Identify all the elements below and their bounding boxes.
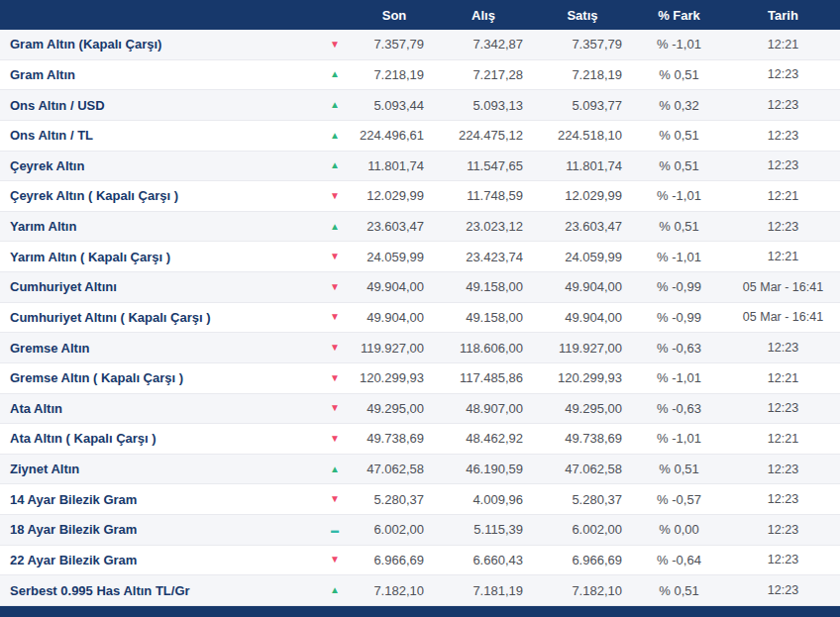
percent-change: % 0,00	[632, 522, 726, 537]
update-time: 12:21	[726, 38, 840, 51]
down-trend-icon: ▼	[330, 251, 340, 261]
table-row: Serbest 0.995 Has Altın TL/Gr ▲ 7.182,10…	[0, 575, 840, 606]
buy-price: 49.158,00	[434, 279, 533, 294]
up-trend-icon: ▲	[330, 584, 340, 595]
instrument-name-link[interactable]: 14 Ayar Bilezik Gram	[0, 492, 315, 507]
instrument-name-link[interactable]: Ons Altın / USD	[0, 98, 315, 113]
sell-price: 47.062,58	[533, 462, 632, 476]
update-time: 12:21	[726, 189, 840, 203]
instrument-name-link[interactable]: Yarım Altın ( Kapalı Çarşı )	[0, 250, 315, 264]
buy-price: 23.023,12	[434, 219, 533, 234]
down-trend-icon: ▼	[330, 372, 340, 383]
table-body: Gram Altın (Kapalı Çarşı) ▼ 7.357,79 7.3…	[0, 30, 840, 606]
sell-price: 49.904,00	[533, 279, 632, 294]
instrument-name-link[interactable]: Yarım Altın	[0, 219, 315, 234]
sell-price: 12.029,99	[533, 188, 632, 203]
percent-change: % 0,51	[632, 219, 726, 234]
table-row: Ata Altın ▼ 49.295,00 48.907,00 49.295,0…	[0, 394, 840, 425]
percent-change: % 0,51	[632, 128, 726, 143]
instrument-name-link[interactable]: Cumhuriyet Altını ( Kapalı Çarşı )	[0, 310, 315, 325]
up-trend-icon: ▲	[330, 221, 340, 232]
down-trend-icon: ▼	[330, 402, 340, 413]
table-row: Gremse Altın ▼ 119.927,00 118.606,00 119…	[0, 333, 840, 363]
down-trend-icon: ▼	[330, 311, 340, 322]
last-price: 5.093,44	[355, 98, 434, 113]
table-row: 22 Ayar Bilezik Gram ▼ 6.966,69 6.660,43…	[0, 546, 840, 576]
percent-change: % 0,51	[632, 462, 726, 476]
buy-price: 48.462,92	[434, 431, 533, 446]
sell-price: 23.603,47	[533, 219, 632, 234]
sell-price: 24.059,99	[533, 250, 632, 264]
percent-change: % -0,99	[632, 279, 726, 294]
column-header-alis: Alış	[434, 8, 533, 23]
table-row: Gram Altın (Kapalı Çarşı) ▼ 7.357,79 7.3…	[0, 30, 840, 60]
table-row: Gram Altın ▲ 7.218,19 7.217,28 7.218,19 …	[0, 60, 840, 91]
sell-price: 5.280,37	[533, 492, 632, 507]
last-price: 49.295,00	[355, 401, 434, 416]
footer-bar	[0, 606, 840, 617]
last-price: 49.904,00	[355, 310, 434, 325]
table-row: Çeyrek Altın ▲ 11.801,74 11.547,65 11.80…	[0, 152, 840, 182]
instrument-name-link[interactable]: Serbest 0.995 Has Altın TL/Gr	[0, 583, 315, 598]
percent-change: % -1,01	[632, 37, 726, 51]
instrument-name-link[interactable]: Ata Altın ( Kapalı Çarşı )	[0, 431, 315, 446]
gold-prices-table: Son Alış Satış % Fark Tarih Gram Altın (…	[0, 0, 840, 606]
update-time: 12:23	[726, 341, 840, 355]
buy-price: 5.093,13	[434, 98, 533, 113]
last-price: 24.059,99	[355, 250, 434, 264]
percent-change: % -0,57	[632, 492, 726, 507]
instrument-name-link[interactable]: Gram Altın (Kapalı Çarşı)	[0, 37, 315, 51]
table-row: Çeyrek Altın ( Kapalı Çarşı ) ▼ 12.029,9…	[0, 181, 840, 212]
buy-price: 48.907,00	[434, 401, 533, 416]
buy-price: 11.547,65	[434, 158, 533, 173]
last-price: 49.738,69	[355, 431, 434, 446]
percent-change: % 0,32	[632, 98, 726, 113]
buy-price: 7.342,87	[434, 37, 533, 51]
update-time: 12:23	[726, 158, 840, 172]
update-time: 12:23	[726, 523, 840, 537]
table-row: Ons Altın / USD ▲ 5.093,44 5.093,13 5.09…	[0, 90, 840, 121]
instrument-name-link[interactable]: Ons Altın / TL	[0, 128, 315, 143]
table-row: Yarım Altın ▲ 23.603,47 23.023,12 23.603…	[0, 212, 840, 243]
column-header-satis: Satış	[533, 8, 632, 23]
sell-price: 7.182,10	[533, 583, 632, 598]
buy-price: 7.181,19	[434, 583, 533, 598]
table-row: Ons Altın / TL ▲ 224.496,61 224.475,12 2…	[0, 121, 840, 152]
update-time: 05 Mar - 16:41	[726, 280, 840, 294]
instrument-name-link[interactable]: 22 Ayar Bilezik Gram	[0, 553, 315, 567]
instrument-name-link[interactable]: Ziynet Altın	[0, 462, 315, 476]
instrument-name-link[interactable]: Çeyrek Altın ( Kapalı Çarşı )	[0, 188, 315, 203]
update-time: 12:23	[726, 98, 840, 112]
instrument-name-link[interactable]: Çeyrek Altın	[0, 158, 315, 173]
instrument-name-link[interactable]: Ata Altın	[0, 401, 315, 416]
instrument-name-link[interactable]: 18 Ayar Bilezik Gram	[0, 522, 315, 537]
percent-change: % -1,01	[632, 431, 726, 446]
buy-price: 11.748,59	[434, 188, 533, 203]
instrument-name-link[interactable]: Gremse Altın ( Kapalı Çarşı )	[0, 370, 315, 385]
instrument-name-link[interactable]: Gram Altın	[0, 67, 315, 82]
percent-change: % 0,51	[632, 67, 726, 82]
percent-change: % -1,01	[632, 188, 726, 203]
flat-trend-icon: ▬	[331, 526, 339, 535]
instrument-name-link[interactable]: Cumhuriyet Altını	[0, 279, 315, 294]
sell-price: 49.738,69	[533, 431, 632, 446]
buy-price: 5.115,39	[434, 522, 533, 537]
update-time: 12:21	[726, 371, 840, 385]
down-trend-icon: ▼	[330, 433, 340, 444]
column-header-fark: % Fark	[632, 8, 726, 23]
last-price: 6.966,69	[355, 553, 434, 567]
last-price: 47.062,58	[355, 462, 434, 476]
buy-price: 6.660,43	[434, 553, 533, 567]
update-time: 12:23	[726, 401, 840, 415]
update-time: 12:23	[726, 492, 840, 506]
percent-change: % -0,64	[632, 553, 726, 567]
buy-price: 23.423,74	[434, 250, 533, 264]
up-trend-icon: ▲	[330, 99, 340, 110]
instrument-name-link[interactable]: Gremse Altın	[0, 341, 315, 356]
up-trend-icon: ▲	[330, 159, 340, 170]
sell-price: 7.357,79	[533, 37, 632, 51]
sell-price: 119.927,00	[533, 341, 632, 356]
buy-price: 7.217,28	[434, 67, 533, 82]
down-trend-icon: ▼	[330, 190, 340, 201]
update-time: 12:23	[726, 129, 840, 143]
